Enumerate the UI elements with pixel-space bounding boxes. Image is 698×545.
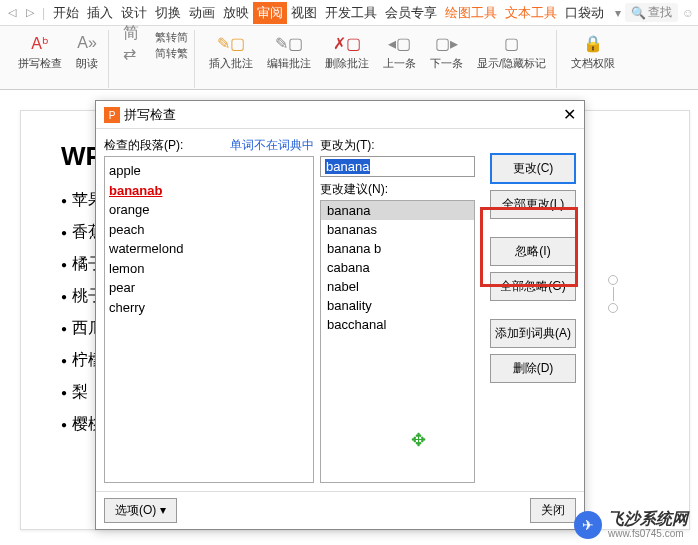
prev-comment-button[interactable]: ◂▢ 上一条 [379, 30, 420, 73]
insert-comment-label: 插入批注 [209, 56, 253, 71]
convert-icon: 简⇄ [123, 32, 145, 54]
watermark-url: www.fs0745.com [608, 528, 688, 539]
showhide-button[interactable]: ▢ 显示/隐藏标记 [473, 30, 550, 73]
suggestion-item[interactable]: bananas [321, 220, 474, 239]
word-item[interactable]: peach [109, 220, 309, 240]
suggestion-item[interactable]: banality [321, 296, 474, 315]
dropdown-icon[interactable]: ▾ [615, 6, 621, 20]
fan-to-jian[interactable]: 繁转简 [155, 30, 188, 45]
history-back-icon[interactable]: ◁ [4, 5, 20, 21]
delete-comment-button[interactable]: ✗▢ 删除批注 [321, 30, 373, 73]
doc-permission-button[interactable]: 🔒 文档权限 [567, 30, 619, 73]
menu-item-7[interactable]: 视图 [287, 2, 321, 24]
change-all-button[interactable]: 全部更改(L) [490, 190, 576, 219]
menu-item-4[interactable]: 动画 [185, 2, 219, 24]
paragraph-listbox[interactable]: applebananaborangepeachwatermelondlemonp… [104, 156, 314, 483]
read-label: 朗读 [76, 56, 98, 71]
permission-icon: 🔒 [582, 32, 604, 54]
menu-item-5[interactable]: 放映 [219, 2, 253, 24]
spellcheck-icon: Aᵇ [29, 32, 51, 54]
prev-label: 上一条 [383, 56, 416, 71]
menu-item-3[interactable]: 切换 [151, 2, 185, 24]
search-box[interactable]: 🔍 查找 [625, 3, 678, 22]
word-item[interactable]: apple [109, 161, 309, 181]
delete-comment-label: 删除批注 [325, 56, 369, 71]
spellcheck-dialog: P拼写检查 ✕ 检查的段落(P): 单词不在词典中 applebananabor… [95, 100, 585, 530]
word-item[interactable]: watermelond [109, 239, 309, 259]
change-to-input[interactable]: banana [320, 156, 475, 177]
marker-circle [608, 275, 618, 285]
insert-comment-icon: ✎▢ [220, 32, 242, 54]
smiley-icon[interactable]: ☺ [682, 6, 694, 20]
showhide-label: 显示/隐藏标记 [477, 56, 546, 71]
edit-comment-icon: ✎▢ [278, 32, 300, 54]
menu-item-2[interactable]: 设计 [117, 2, 151, 24]
word-item[interactable]: cherry [109, 298, 309, 318]
delete-comment-icon: ✗▢ [336, 32, 358, 54]
prev-icon: ◂▢ [389, 32, 411, 54]
change-to-value: banana [325, 159, 370, 174]
change-button[interactable]: 更改(C) [490, 153, 576, 184]
menu-item-9[interactable]: 会员专享 [381, 2, 441, 24]
perm-label: 文档权限 [571, 56, 615, 71]
insert-comment-button[interactable]: ✎▢ 插入批注 [205, 30, 257, 73]
add-to-dict-button[interactable]: 添加到词典(A) [490, 319, 576, 348]
not-in-dict-label: 单词不在词典中 [183, 137, 314, 154]
dialog-titlebar: P拼写检查 ✕ [96, 101, 584, 129]
convert-button[interactable]: 简⇄ [119, 30, 149, 61]
showhide-icon: ▢ [501, 32, 523, 54]
word-item[interactable]: pear [109, 278, 309, 298]
suggestion-item[interactable]: bacchanal [321, 315, 474, 334]
suggestion-item[interactable]: banana [321, 201, 474, 220]
menubar: ◁ ▷ | 开始插入设计切换动画放映审阅视图开发工具会员专享绘图工具文本工具口袋… [0, 0, 698, 26]
dialog-title-text: 拼写检查 [124, 107, 176, 122]
close-button[interactable]: 关闭 [530, 498, 576, 523]
next-icon: ▢▸ [436, 32, 458, 54]
edit-comment-label: 编辑批注 [267, 56, 311, 71]
menu-items: 开始插入设计切换动画放映审阅视图开发工具会员专享绘图工具文本工具口袋动 [49, 2, 608, 24]
menu-item-1[interactable]: 插入 [83, 2, 117, 24]
menu-item-0[interactable]: 开始 [49, 2, 83, 24]
watermark-name: 飞沙系统网 [608, 510, 688, 528]
read-icon: A» [76, 32, 98, 54]
next-label: 下一条 [430, 56, 463, 71]
side-markers [608, 275, 618, 313]
suggestion-item[interactable]: banana b [321, 239, 474, 258]
menu-item-12[interactable]: 口袋动 [561, 2, 608, 24]
change-to-label: 更改为(T): [320, 137, 475, 154]
ignore-all-button[interactable]: 全部忽略(G) [490, 272, 576, 301]
history-fwd-icon[interactable]: ▷ [22, 5, 38, 21]
jian-to-fan[interactable]: 简转繁 [155, 46, 188, 61]
word-item[interactable]: bananab [109, 181, 309, 201]
suggestion-label: 更改建议(N): [320, 181, 475, 198]
menu-item-6[interactable]: 审阅 [253, 2, 287, 24]
suggestion-listbox[interactable]: bananabananasbanana bcabananabelbanality… [320, 200, 475, 483]
ignore-button[interactable]: 忽略(I) [490, 237, 576, 266]
edit-comment-button[interactable]: ✎▢ 编辑批注 [263, 30, 315, 73]
options-button[interactable]: 选项(O) ▾ [104, 498, 177, 523]
menu-item-11[interactable]: 文本工具 [501, 2, 561, 24]
next-comment-button[interactable]: ▢▸ 下一条 [426, 30, 467, 73]
close-icon[interactable]: ✕ [563, 105, 576, 124]
spellcheck-label: 拼写检查 [18, 56, 62, 71]
app-logo-icon: P [104, 107, 120, 123]
suggestion-item[interactable]: nabel [321, 277, 474, 296]
suggestion-item[interactable]: cabana [321, 258, 474, 277]
ribbon-toolbar: Aᵇ 拼写检查 A» 朗读 简⇄ 繁转简 简转繁 ✎▢ 插入批注 [0, 26, 698, 90]
word-item[interactable]: orange [109, 200, 309, 220]
spellcheck-button[interactable]: Aᵇ 拼写检查 [14, 30, 66, 73]
marker-line [613, 287, 614, 301]
watermark: ✈ 飞沙系统网 www.fs0745.com [574, 510, 688, 539]
separator: | [42, 6, 45, 20]
delete-button[interactable]: 删除(D) [490, 354, 576, 383]
watermark-icon: ✈ [574, 511, 602, 539]
marker-circle [608, 303, 618, 313]
word-item[interactable]: lemon [109, 259, 309, 279]
menu-item-8[interactable]: 开发工具 [321, 2, 381, 24]
paragraph-label: 检查的段落(P): [104, 137, 183, 154]
search-text: 查找 [648, 4, 672, 21]
search-icon: 🔍 [631, 6, 646, 20]
read-aloud-button[interactable]: A» 朗读 [72, 30, 102, 73]
menu-item-10[interactable]: 绘图工具 [441, 2, 501, 24]
